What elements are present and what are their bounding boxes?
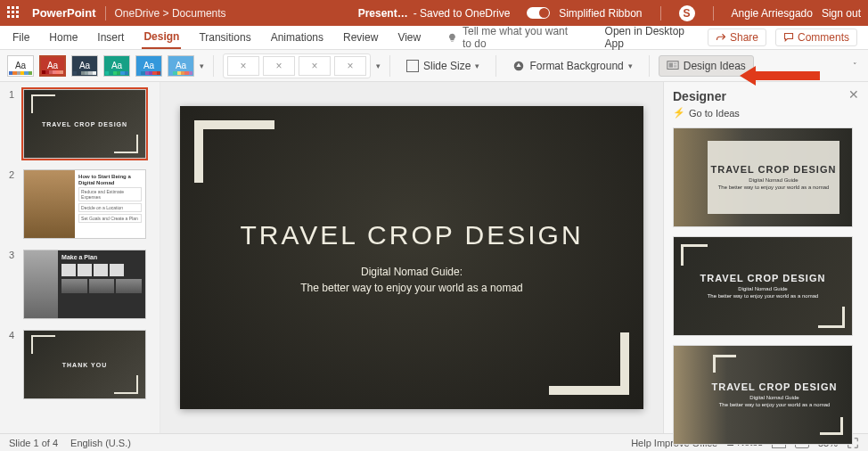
skype-icon[interactable]: S — [679, 5, 695, 21]
tab-review[interactable]: Review — [341, 27, 380, 48]
simplified-ribbon-toggle[interactable] — [527, 7, 550, 19]
slide-subtitle[interactable]: Digital Nomad Guide: The better way to e… — [300, 264, 522, 296]
slide-thumbnail-4[interactable]: THANK YOU — [23, 330, 146, 399]
sign-out-link[interactable]: Sign out — [822, 7, 861, 20]
tab-file[interactable]: File — [11, 27, 31, 48]
thumb-number: 3 — [9, 250, 18, 319]
share-button[interactable]: Share — [708, 29, 766, 46]
language-status[interactable]: English (U.S.) — [70, 438, 131, 448]
designer-pane: ✕ Designer ⚡ Go to Ideas TRAVEL CROP DES… — [663, 82, 868, 433]
variant-4[interactable]: × — [334, 56, 366, 76]
slide-thumbnail-2[interactable]: How to Start Being a Digital Nomad Reduc… — [23, 169, 146, 239]
decoration-corner-tl — [194, 120, 274, 183]
slide-size-icon — [406, 60, 419, 72]
variant-3[interactable]: × — [299, 56, 331, 76]
slide-thumbnail-panel[interactable]: 1 TRAVEL CROP DESIGN 2 How to Start Bein… — [0, 82, 160, 433]
svg-rect-3 — [674, 65, 677, 68]
slide-title[interactable]: TRAVEL CROP DESIGN — [240, 219, 583, 251]
app-launcher-icon[interactable] — [7, 6, 21, 20]
tab-animations[interactable]: Animations — [269, 27, 325, 48]
format-background-button[interactable]: Format Background▾ — [505, 56, 639, 76]
slide-canvas[interactable]: TRAVEL CROP DESIGN Digital Nomad Guide: … — [160, 82, 663, 433]
file-name[interactable]: Present… — [358, 7, 408, 20]
app-name: PowerPoint — [32, 6, 96, 20]
designer-header: Designer — [673, 89, 859, 103]
close-icon[interactable]: ✕ — [848, 87, 859, 102]
variant-2[interactable]: × — [263, 56, 295, 76]
workspace: 1 TRAVEL CROP DESIGN 2 How to Start Bein… — [0, 82, 868, 433]
thumb-number: 1 — [9, 89, 18, 159]
format-background-icon — [512, 60, 525, 72]
theme-option-4[interactable]: Aa — [103, 55, 130, 77]
tab-transitions[interactable]: Transitions — [197, 27, 252, 48]
ribbon-tabs: File Home Insert Design Transitions Anim… — [0, 26, 868, 50]
design-idea-1[interactable]: TRAVEL CROP DESIGN Digital Nomad GuideTh… — [673, 127, 853, 227]
theme-option-5[interactable]: Aa — [135, 55, 162, 77]
lightbulb-icon — [447, 32, 457, 44]
thumb-number: 4 — [9, 330, 18, 399]
svg-rect-2 — [674, 62, 677, 64]
theme-option-6[interactable]: Aa — [168, 55, 194, 77]
slide-thumbnail-3[interactable]: Make a Plan — [23, 250, 146, 319]
current-slide[interactable]: TRAVEL CROP DESIGN Digital Nomad Guide: … — [180, 106, 643, 409]
title-bar: PowerPoint OneDrive > Documents Present…… — [0, 0, 868, 26]
ribbon-collapse[interactable]: ˅ — [853, 62, 857, 70]
user-name[interactable]: Angie Arriesgado — [732, 7, 813, 20]
design-idea-3[interactable]: TRAVEL CROP DESIGN Digital Nomad GuideTh… — [673, 345, 853, 445]
simplified-ribbon-label: Simplified Ribbon — [559, 7, 642, 20]
variants-gallery: × × × × — [223, 53, 371, 78]
decoration-corner-br — [549, 332, 629, 395]
design-ideas-icon — [667, 60, 679, 72]
slide-thumbnail-1[interactable]: TRAVEL CROP DESIGN — [23, 89, 146, 159]
tab-home[interactable]: Home — [47, 27, 79, 48]
svg-rect-1 — [668, 62, 672, 67]
tab-insert[interactable]: Insert — [95, 27, 126, 48]
comments-button[interactable]: Comments — [775, 29, 857, 46]
save-status: - Saved to OneDrive — [414, 7, 511, 20]
variant-1[interactable]: × — [227, 56, 259, 76]
design-idea-2[interactable]: TRAVEL CROP DESIGN Digital Nomad GuideTh… — [673, 236, 853, 336]
theme-option-3[interactable]: Aa — [71, 55, 98, 77]
thumb-number: 2 — [9, 169, 18, 239]
slide-size-button[interactable]: Slide Size▾ — [399, 56, 487, 76]
variants-more[interactable]: ▾ — [376, 62, 381, 70]
share-icon — [716, 32, 726, 43]
tab-design[interactable]: Design — [142, 26, 181, 49]
slide-counter[interactable]: Slide 1 of 4 — [9, 438, 58, 448]
go-to-ideas-link[interactable]: ⚡ Go to Ideas — [673, 107, 859, 119]
design-ideas-button[interactable]: Design Ideas — [659, 55, 754, 77]
breadcrumb[interactable]: OneDrive > Documents — [115, 7, 226, 20]
theme-option-2[interactable]: Aa — [39, 55, 66, 77]
tell-me-search[interactable]: Tell me what you want to do — [447, 25, 572, 50]
tab-view[interactable]: View — [396, 27, 422, 48]
ribbon-design: Aa Aa Aa Aa Aa Aa ▾ × × × × ▾ Slide Size… — [0, 50, 868, 82]
theme-option-1[interactable]: Aa — [7, 55, 34, 77]
comment-icon — [783, 32, 794, 43]
themes-more[interactable]: ▾ — [200, 62, 204, 70]
bolt-icon: ⚡ — [673, 107, 685, 119]
